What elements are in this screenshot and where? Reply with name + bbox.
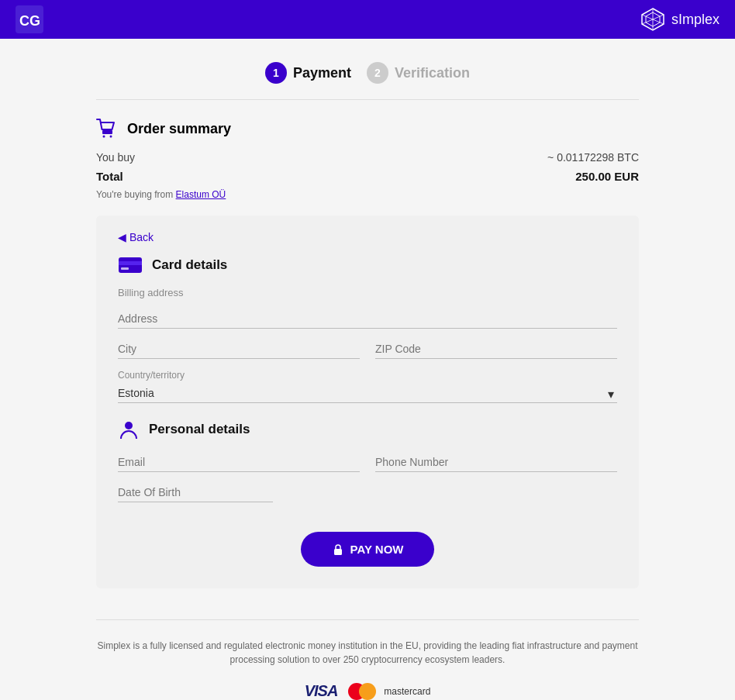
card-details-title: Card details (152, 257, 227, 273)
footer: Simplex is a fully licensed and regulate… (96, 619, 639, 700)
email-input[interactable] (118, 453, 360, 472)
header: CG sImplex (0, 0, 735, 39)
card-details-header: Card details (118, 256, 617, 274)
mastercard-circles (348, 683, 376, 700)
form-panel: ◀ Back Card details Billing address (96, 216, 639, 588)
pay-btn-wrapper: PAY NOW (118, 513, 617, 567)
personal-details-header: Personal details (118, 419, 617, 440)
back-arrow-icon: ◀ (118, 231, 126, 243)
simplex-logo: sImplex (640, 7, 719, 32)
card-icon (118, 256, 143, 274)
svg-rect-12 (121, 267, 129, 270)
order-summary-header: Order summary (96, 119, 639, 139)
mastercard-label: mastercard (384, 686, 430, 697)
steps-bar: 1 Payment 2 Verification (96, 62, 639, 84)
svg-point-9 (110, 136, 112, 138)
step-payment: 1 Payment (265, 62, 351, 84)
step-verification: 2 Verification (367, 62, 470, 84)
you-buy-row: You buy ~ 0.01172298 BTC (96, 151, 639, 164)
person-icon (118, 419, 140, 440)
merchant-link[interactable]: Elastum OÜ (176, 189, 226, 200)
city-group (118, 340, 360, 359)
mastercard-orange-circle (359, 683, 376, 700)
order-note: You're buying from Elastum OÜ (96, 189, 639, 200)
svg-point-8 (103, 136, 105, 138)
simplex-icon (640, 7, 665, 32)
step-2-circle: 2 (367, 62, 388, 84)
country-group: Country/territory Estonia Finland Latvia… (118, 370, 617, 403)
phone-input[interactable] (375, 453, 617, 472)
zip-group (375, 340, 617, 359)
order-summary: Order summary You buy ~ 0.01172298 BTC T… (96, 119, 639, 200)
svg-rect-7 (102, 130, 112, 134)
dob-group (118, 483, 273, 502)
step-2-label: Verification (395, 65, 470, 81)
country-select[interactable]: Estonia Finland Latvia Lithuania Sweden (118, 384, 617, 403)
payment-logos: VISA mastercard (96, 682, 639, 700)
cart-icon (96, 119, 118, 139)
visa-logo: VISA (305, 682, 338, 700)
order-summary-title: Order summary (127, 121, 231, 137)
step-1-label: Payment (293, 65, 351, 81)
pay-now-button[interactable]: PAY NOW (301, 532, 435, 567)
footer-text: Simplex is a fully licensed and regulate… (96, 639, 639, 667)
country-label: Country/territory (118, 370, 617, 381)
back-link[interactable]: ◀ Back (118, 231, 617, 243)
you-buy-value: ~ 0.01172298 BTC (547, 151, 639, 164)
country-select-wrapper: Estonia Finland Latvia Lithuania Sweden (118, 384, 617, 403)
address-group (118, 309, 617, 329)
personal-details-section: Personal details (118, 419, 617, 502)
personal-details-title: Personal details (149, 422, 250, 437)
total-value: 250.00 EUR (575, 170, 639, 183)
total-label: Total (96, 170, 123, 183)
coingate-icon: CG (16, 5, 43, 33)
dob-input[interactable] (118, 483, 273, 502)
step-1-circle: 1 (265, 62, 287, 84)
phone-group (375, 453, 617, 472)
total-row: Total 250.00 EUR (96, 170, 639, 183)
lock-icon (332, 543, 344, 556)
zip-input[interactable] (375, 340, 617, 359)
email-phone-row (118, 453, 617, 472)
you-buy-label: You buy (96, 151, 135, 164)
address-input[interactable] (118, 309, 617, 329)
svg-text:CG: CG (19, 13, 40, 29)
svg-rect-11 (119, 261, 142, 265)
main-content: 1 Payment 2 Verification Order summary Y… (81, 39, 654, 700)
simplex-name: sImplex (671, 12, 719, 28)
svg-rect-14 (334, 549, 342, 555)
billing-address-subtitle: Billing address (118, 287, 617, 298)
mastercard-logo: mastercard (348, 683, 430, 700)
email-group (118, 453, 360, 472)
city-zip-row (118, 340, 617, 359)
steps-divider (96, 99, 639, 100)
city-input[interactable] (118, 340, 360, 359)
svg-point-13 (125, 422, 133, 429)
coingate-logo: CG (16, 5, 43, 33)
